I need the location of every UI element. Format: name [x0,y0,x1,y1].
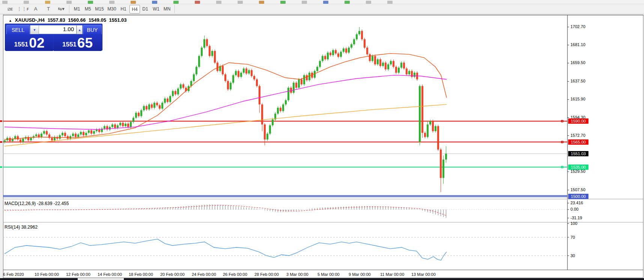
candle [377,59,379,64]
price-tick-label: 1659.50 [570,60,585,65]
candle [132,118,134,122]
time-axis-label: 12 Feb 00:00 [66,272,90,277]
candle [98,129,100,132]
candle [43,131,45,134]
time-axis-label: 18 Feb 00:00 [129,272,153,277]
candle [109,127,111,130]
price-badge-1535.00: 1535.00 [568,165,588,170]
candle [177,88,179,94]
candle [264,124,266,139]
candle [127,124,129,127]
candle [251,70,253,76]
hline-edge-marker [0,166,2,168]
chart-canvas[interactable] [0,0,644,280]
candle [295,83,297,88]
rsi-scale-label: 30 [570,253,575,258]
candle [351,44,352,48]
candle [96,129,98,131]
candle [156,103,158,105]
trading-platform-window: { "toolbar": { "tools": [ {"name": "equi… [0,0,644,280]
candle [280,108,281,111]
candle [345,48,347,52]
price-tick-label: 1637.50 [570,79,585,83]
candle [382,63,384,66]
bottom-clipped-bar [0,278,644,280]
candle [198,56,200,67]
candle [298,79,300,88]
candle [293,83,295,93]
candle [159,105,161,109]
candle [104,126,105,129]
candle [232,75,234,83]
candle [314,71,316,78]
candle [366,48,368,54]
ma-line-slow [5,105,447,146]
candle [369,54,371,61]
price-tick-label: 1681.10 [570,42,585,47]
candle [83,132,84,135]
candle [153,103,155,108]
candle [41,134,42,137]
candle [59,135,61,139]
price-badge-1590.00: 1590.00 [568,118,588,124]
candle [340,52,342,57]
macd-scale-label: -31.19 [570,216,582,220]
price-tick-label: 1615.90 [570,97,585,101]
candle [138,113,140,116]
candle [395,67,397,73]
candle [408,71,410,74]
candle [75,134,77,137]
price-tick-label: 1529.50 [570,169,585,174]
time-axis-label: 11 Mar 00:00 [380,272,404,277]
candle [230,83,232,90]
candle [182,84,184,88]
candle [259,86,260,105]
time-axis-label: 24 Feb 00:00 [192,272,216,277]
price-tick-label: 1702.70 [570,24,585,29]
hline-edge-marker [0,120,2,122]
candle [85,133,87,135]
candle [35,135,37,136]
candle [374,56,376,64]
candle [285,100,287,104]
candle [421,86,423,133]
hline-edge-marker [0,141,2,143]
time-axis-label: 3 Mar 00:00 [286,272,308,277]
candle [209,46,211,56]
candle [261,105,263,124]
rsi-line [5,239,447,260]
candle [20,139,21,142]
candle [167,99,169,102]
rsi-scale-label: 70 [570,235,575,240]
hline-handle-dot [562,142,563,142]
time-axis-label: 26 Feb 00:00 [223,272,247,277]
candle [343,48,345,52]
candle [327,52,329,59]
candle [14,136,16,139]
candle [429,121,431,124]
candle [303,75,305,85]
candle [308,73,310,80]
candle [269,125,271,133]
candle [403,63,405,69]
candle [379,59,381,66]
candle [206,39,208,46]
candle [353,39,355,44]
price-badge-1500.00: 1500.00 [568,194,588,199]
macd-scale-label: 0.00 [570,207,578,211]
candle [143,106,145,110]
candle [406,69,408,75]
candle [245,69,247,73]
candle [442,160,444,178]
candle [122,123,124,126]
rsi-scale-label: 100 [570,221,577,226]
candle [140,110,142,116]
time-axis-label: 14 Feb 00:00 [98,272,122,277]
candle [88,130,90,133]
candle [445,154,447,160]
candle [38,135,40,137]
candle [46,131,48,135]
candle [361,31,363,39]
time-axis-label: 5 Mar 00:00 [317,272,340,277]
candle [196,67,197,74]
